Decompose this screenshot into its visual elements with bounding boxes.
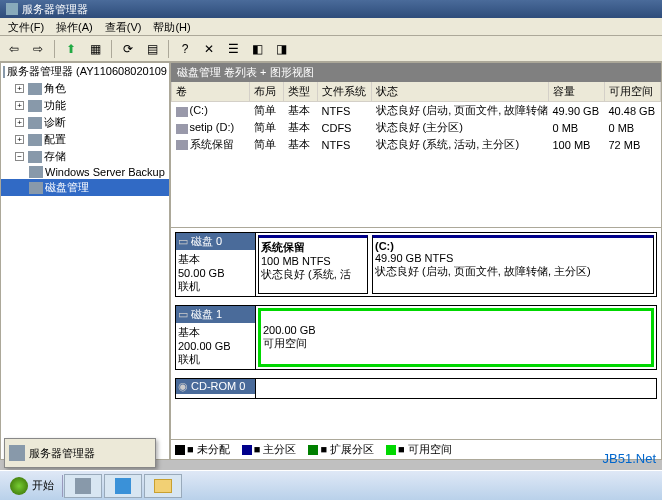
menu-file[interactable]: 文件(F) — [8, 20, 44, 33]
back-button[interactable]: ⇦ — [4, 39, 24, 59]
diag-icon — [28, 117, 42, 129]
sep — [54, 40, 55, 58]
disk-1-info: ▭ 磁盘 1 基本200.00 GB联机 — [176, 306, 256, 369]
menu-help[interactable]: 帮助(H) — [153, 20, 190, 33]
role-icon — [28, 83, 42, 95]
swatch-ext — [308, 445, 318, 455]
task-button[interactable] — [144, 474, 182, 498]
window-title: 服务器管理器 — [22, 2, 88, 17]
disk-0-info: ▭ 磁盘 0 基本50.00 GB联机 — [176, 233, 256, 296]
col-vol[interactable]: 卷 — [172, 82, 250, 102]
disk0-c-partition[interactable]: (C:)49.90 GB NTFS状态良好 (启动, 页面文件, 故障转储, 主… — [372, 235, 654, 294]
swatch-unalloc — [175, 445, 185, 455]
monitor-icon — [115, 478, 131, 494]
col-layout[interactable]: 布局 — [250, 82, 284, 102]
settings-button[interactable]: ☰ — [223, 39, 243, 59]
menu-view[interactable]: 查看(V) — [105, 20, 142, 33]
table-row[interactable]: 系统保留简单基本NTFS状态良好 (系统, 活动, 主分区)100 MB72 M… — [172, 136, 661, 153]
taskbar[interactable]: 开始 — [0, 470, 662, 500]
start-button[interactable]: 开始 — [2, 475, 63, 497]
server-icon — [3, 66, 5, 78]
start-label: 开始 — [32, 478, 54, 493]
content-pane: 磁盘管理 卷列表 + 图形视图 卷 布局 类型 文件系统 状态 容量 可用空间 … — [170, 62, 662, 460]
tree-diag[interactable]: +诊断 — [1, 114, 169, 131]
cdrom-row[interactable]: ◉ CD-ROM 0 — [175, 378, 657, 399]
tool-button[interactable]: ◧ — [247, 39, 267, 59]
cdrom-info: ◉ CD-ROM 0 — [176, 379, 256, 398]
app-icon — [6, 3, 18, 15]
disk0-system-reserved[interactable]: 系统保留100 MB NTFS状态良好 (系统, 活 — [258, 235, 368, 294]
tree-wsb[interactable]: Windows Server Backup — [1, 165, 169, 179]
vol-icon — [176, 124, 188, 134]
tree-role[interactable]: +角色 — [1, 80, 169, 97]
disk-0-row[interactable]: ▭ 磁盘 0 基本50.00 GB联机 系统保留100 MB NTFS状态良好 … — [175, 232, 657, 297]
vol-icon — [176, 140, 188, 150]
properties-button[interactable]: ▤ — [142, 39, 162, 59]
titlebar[interactable]: 服务器管理器 — [0, 0, 662, 18]
tool-button[interactable]: ◨ — [271, 39, 291, 59]
disk-graph[interactable]: ▭ 磁盘 0 基本50.00 GB联机 系统保留100 MB NTFS状态良好 … — [171, 227, 661, 439]
tree-feature[interactable]: +功能 — [1, 97, 169, 114]
table-header-row: 卷 布局 类型 文件系统 状态 容量 可用空间 — [172, 82, 661, 102]
volume-list[interactable]: 卷 布局 类型 文件系统 状态 容量 可用空间 (C:)简单基本NTFS状态良好… — [171, 82, 661, 227]
menubar: 文件(F) 操作(A) 查看(V) 帮助(H) — [0, 18, 662, 36]
menu-action[interactable]: 操作(A) — [56, 20, 93, 33]
toolbar: ⇦ ⇨ ⬆ ▦ ⟳ ▤ ? ✕ ☰ ◧ ◨ — [0, 36, 662, 62]
table-row[interactable]: setip (D:)简单基本CDFS状态良好 (主分区)0 MB0 MB — [172, 119, 661, 136]
feature-icon — [28, 100, 42, 112]
backup-icon — [29, 166, 43, 178]
tree-diskmgmt[interactable]: 磁盘管理 — [1, 179, 169, 196]
sep — [168, 40, 169, 58]
watermark: JB51.Net — [603, 451, 656, 466]
task-button[interactable] — [64, 474, 102, 498]
storage-icon — [28, 151, 42, 163]
col-free[interactable]: 可用空间 — [605, 82, 661, 102]
swatch-free — [386, 445, 396, 455]
show-hide-button[interactable]: ▦ — [85, 39, 105, 59]
folder-icon — [154, 479, 172, 493]
help-button[interactable]: ? — [175, 39, 195, 59]
table-row[interactable]: (C:)简单基本NTFS状态良好 (启动, 页面文件, 故障转储, 主分区)49… — [172, 102, 661, 120]
up-button[interactable]: ⬆ — [61, 39, 81, 59]
swatch-primary — [242, 445, 252, 455]
floating-panel[interactable]: 服务器管理器 — [4, 438, 156, 468]
nav-tree[interactable]: 服务器管理器 (AY110608020109 +角色 +功能 +诊断 +配置 −… — [0, 62, 170, 460]
vol-icon — [176, 107, 188, 117]
col-capacity[interactable]: 容量 — [549, 82, 605, 102]
config-icon — [28, 134, 42, 146]
task-button[interactable] — [104, 474, 142, 498]
sep — [111, 40, 112, 58]
col-type[interactable]: 类型 — [284, 82, 318, 102]
refresh-button[interactable]: ⟳ — [118, 39, 138, 59]
tree-config[interactable]: +配置 — [1, 131, 169, 148]
main-window: 服务器管理器 文件(F) 操作(A) 查看(V) 帮助(H) ⇦ ⇨ ⬆ ▦ ⟳… — [0, 0, 662, 460]
pane-header: 磁盘管理 卷列表 + 图形视图 — [171, 63, 661, 82]
col-fs[interactable]: 文件系统 — [318, 82, 372, 102]
forward-button[interactable]: ⇨ — [28, 39, 48, 59]
floating-panel-label: 服务器管理器 — [29, 446, 95, 461]
tree-storage[interactable]: −存储 — [1, 148, 169, 165]
delete-button[interactable]: ✕ — [199, 39, 219, 59]
windows-orb-icon — [10, 477, 28, 495]
legend: ■ 未分配 ■ 主分区 ■ 扩展分区 ■ 可用空间 — [171, 439, 661, 459]
disk-icon — [29, 182, 43, 194]
disk-1-row[interactable]: ▭ 磁盘 1 基本200.00 GB联机 200.00 GB可用空间 — [175, 305, 657, 370]
col-status[interactable]: 状态 — [372, 82, 549, 102]
tree-root[interactable]: 服务器管理器 (AY110608020109 — [1, 63, 169, 80]
server-icon — [75, 478, 91, 494]
server-icon — [9, 445, 25, 461]
disk1-free-space[interactable]: 200.00 GB可用空间 — [258, 308, 654, 367]
